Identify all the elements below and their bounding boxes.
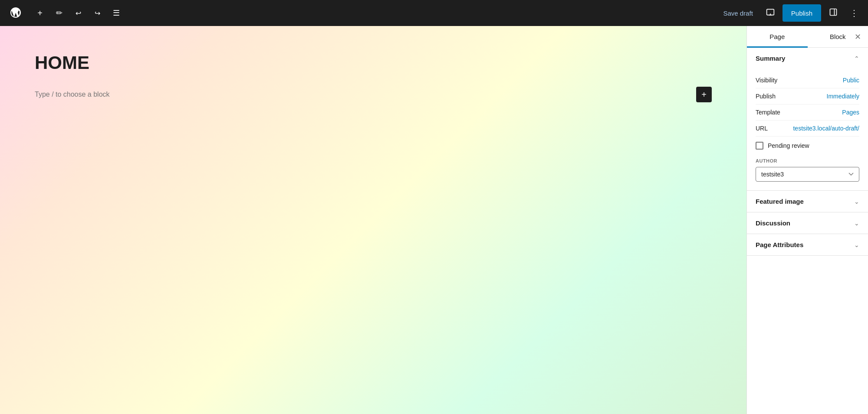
- wp-logo[interactable]: [5, 3, 26, 23]
- visibility-row: Visibility Public: [756, 72, 859, 88]
- canvas-area: Type / to choose a block +: [0, 26, 746, 414]
- undo-button[interactable]: ↩: [69, 4, 87, 22]
- tab-page[interactable]: Page: [747, 26, 808, 47]
- featured-image-section: Featured image ⌄: [747, 191, 868, 212]
- sidebar-close-button[interactable]: ✕: [851, 30, 865, 44]
- add-block-inline-button[interactable]: +: [696, 87, 712, 102]
- publish-value[interactable]: Immediately: [827, 93, 859, 100]
- preview-icon: [766, 8, 775, 19]
- close-icon: ✕: [855, 32, 861, 42]
- sidebar-toggle-button[interactable]: [825, 4, 842, 22]
- discussion-chevron-icon: ⌄: [854, 220, 859, 227]
- page-attributes-chevron-icon: ⌄: [854, 241, 859, 248]
- summary-chevron-icon: ⌃: [854, 55, 859, 62]
- summary-title: Summary: [756, 55, 785, 62]
- list-view-button[interactable]: ☰: [108, 4, 125, 22]
- summary-section: Summary ⌃ Visibility Public Publish Imme…: [747, 48, 868, 191]
- redo-button[interactable]: ↪: [89, 4, 106, 22]
- template-row: Template Pages: [756, 104, 859, 121]
- pending-review-label: Pending review: [768, 142, 809, 149]
- publish-label: Publish: [756, 93, 776, 100]
- author-select[interactable]: testsite3: [756, 167, 859, 182]
- page-attributes-section: Page Attributes ⌄: [747, 234, 868, 256]
- discussion-section-header[interactable]: Discussion ⌄: [747, 212, 868, 234]
- template-value[interactable]: Pages: [842, 109, 859, 116]
- author-label: AUTHOR: [756, 158, 859, 163]
- add-inline-icon: +: [701, 90, 707, 100]
- more-options-button[interactable]: ⋮: [845, 4, 863, 22]
- toolbar: + ✏ ↩ ↪ ☰ Save draft Publish: [0, 0, 868, 26]
- featured-image-section-header[interactable]: Featured image ⌄: [747, 191, 868, 212]
- sidebar: Page Block ✕ Summary ⌃ Visibility Public…: [746, 26, 868, 414]
- page-attributes-title: Page Attributes: [756, 241, 803, 248]
- url-label: URL: [756, 125, 768, 132]
- visibility-label: Visibility: [756, 77, 777, 84]
- discussion-title: Discussion: [756, 219, 790, 227]
- block-placeholder-text: Type / to choose a block: [35, 91, 110, 98]
- discussion-section: Discussion ⌄: [747, 212, 868, 234]
- sidebar-toggle-icon: [829, 8, 838, 19]
- url-row: URL testsite3.local/auto-draft/: [756, 121, 859, 137]
- publish-row: Publish Immediately: [756, 88, 859, 104]
- save-draft-button[interactable]: Save draft: [718, 6, 758, 20]
- main-area: Type / to choose a block + Page Block ✕ …: [0, 26, 868, 414]
- redo-icon: ↪: [95, 9, 100, 17]
- page-title-input[interactable]: [35, 52, 712, 74]
- undo-icon: ↩: [76, 9, 81, 17]
- edit-icon: ✏: [56, 8, 62, 18]
- preview-button[interactable]: [762, 4, 779, 22]
- visibility-value[interactable]: Public: [843, 77, 859, 84]
- sidebar-tabs: Page Block ✕: [747, 26, 868, 48]
- add-icon: +: [37, 8, 43, 18]
- publish-button[interactable]: Publish: [783, 4, 821, 22]
- url-value[interactable]: testsite3.local/auto-draft/: [793, 125, 859, 132]
- svg-rect-3: [830, 9, 837, 15]
- pending-review-row: Pending review: [756, 137, 859, 151]
- summary-section-content: Visibility Public Publish Immediately Te…: [747, 69, 868, 190]
- pending-review-checkbox[interactable]: [756, 142, 763, 150]
- more-options-icon: ⋮: [850, 8, 858, 18]
- featured-image-chevron-icon: ⌄: [854, 198, 859, 205]
- add-block-button[interactable]: +: [31, 4, 49, 22]
- summary-section-header[interactable]: Summary ⌃: [747, 48, 868, 69]
- edit-button[interactable]: ✏: [50, 4, 68, 22]
- page-attributes-section-header[interactable]: Page Attributes ⌄: [747, 234, 868, 255]
- block-placeholder-row: Type / to choose a block +: [35, 87, 712, 102]
- featured-image-title: Featured image: [756, 198, 804, 205]
- template-label: Template: [756, 109, 780, 116]
- list-view-icon: ☰: [113, 8, 120, 18]
